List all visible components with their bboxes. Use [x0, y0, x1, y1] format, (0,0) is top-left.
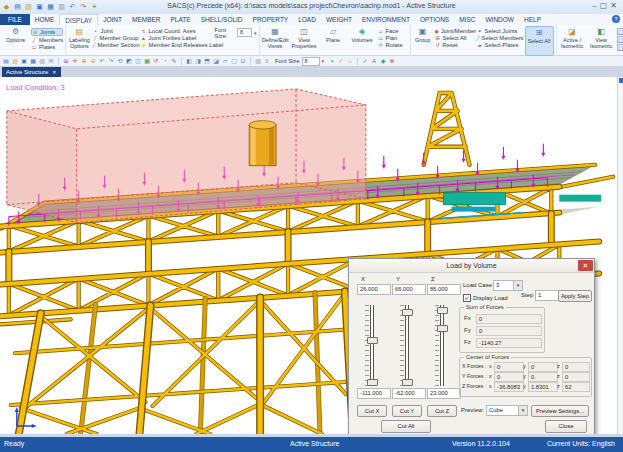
views-item[interactable]: ⟳ Rotate [378, 42, 408, 48]
toolbar-icon[interactable] [58, 57, 59, 65]
toolbar-icon[interactable]: ↺ [152, 57, 160, 65]
view-properties-button[interactable]: ◫ View Properties [291, 26, 318, 56]
ribbon-tab[interactable]: WINDOW [480, 14, 519, 25]
apply-step-button[interactable]: Apply Step [558, 290, 592, 302]
toolbar-icon[interactable]: ▪ [328, 57, 336, 65]
x-slider-handle[interactable] [367, 337, 378, 344]
toolbar-icon[interactable]: ✛ [71, 57, 79, 65]
cut-y-button[interactable]: Cut Y [392, 405, 422, 417]
labeling-options-button[interactable]: ▤ Labeling Options [68, 26, 90, 56]
document-tab-active-structure[interactable]: Active Structure ✕ [2, 67, 61, 77]
toolbar-icon[interactable]: ▱ [221, 57, 229, 65]
toolbar-icon[interactable]: ▣ [20, 57, 28, 65]
toolbar-icon[interactable]: ⌂ [346, 57, 354, 65]
ribbon-tab[interactable]: WEIGHT [321, 14, 357, 25]
close-button[interactable]: Close [545, 420, 587, 433]
ribbon-tab[interactable]: FILE [0, 14, 30, 25]
toolbar-icon[interactable]: ▥ [38, 57, 46, 65]
toolbar-icon[interactable]: ↶ [98, 57, 106, 65]
dialog-title[interactable]: Load by Volume [349, 259, 594, 273]
labeling-item[interactable]: • Joint [93, 28, 139, 34]
toolbar-icon[interactable]: ⬒ [203, 57, 211, 65]
display-toggle[interactable]: ⊙ Joints [31, 28, 63, 36]
ribbon-tab[interactable]: JOINT [98, 14, 127, 25]
toolbar-icon[interactable]: ◩ [125, 57, 133, 65]
toolbar-icon[interactable]: ▥ [254, 57, 262, 65]
toolbar-icon[interactable] [250, 57, 251, 65]
toolbar-icon[interactable]: ◆ [379, 57, 387, 65]
y-max-field[interactable]: 66.000 [392, 284, 426, 295]
toolbar-icon[interactable]: ▨ [11, 57, 19, 65]
orientation-preset-icon[interactable]: ▢ [617, 44, 623, 51]
selection-item[interactable]: ◉ Joint/Member [435, 28, 475, 34]
toolbar-icon[interactable] [357, 57, 358, 65]
toolbar-icon[interactable]: ▤ [2, 57, 10, 65]
ribbon-tab[interactable]: MISC [454, 14, 480, 25]
toolbar-icon[interactable]: ⊡ [239, 57, 247, 65]
selection-item[interactable]: ↺ Reset [435, 42, 475, 48]
toolbar-icon[interactable]: ✓ [361, 57, 369, 65]
window-controls[interactable]: –▢✕ [592, 1, 620, 10]
display-toggle[interactable]: ▭ Plates [31, 44, 63, 50]
toolbar-icon[interactable]: ▦ [143, 57, 151, 65]
y-slider-handle[interactable] [402, 379, 413, 386]
orientation-preset-icon[interactable]: ▢ [617, 36, 623, 43]
preview-select[interactable]: Cube▾ [486, 405, 528, 416]
y-min-field[interactable]: -62.000 [392, 388, 426, 399]
labeling-item[interactable]: ╱ Member Section [93, 42, 139, 48]
toolbar-icon[interactable]: ⊗ [388, 57, 396, 65]
y-slider-handle[interactable] [402, 309, 413, 316]
font-size-control[interactable]: Font Size: 8 ▾ [215, 28, 257, 37]
help-icon[interactable]: ? [612, 15, 620, 23]
x-range-slider[interactable] [365, 305, 377, 386]
toolbar-icon[interactable]: ≡ [263, 57, 271, 65]
y-range-slider[interactable] [400, 305, 412, 386]
step-field[interactable]: 1 [535, 290, 559, 301]
toolbar-icon[interactable]: A [370, 57, 378, 65]
ribbon-tab[interactable]: OPTIONS [415, 14, 454, 25]
load-case-select[interactable]: 3▾ [493, 280, 523, 291]
selection-item[interactable]: ╱ Select Members [477, 35, 523, 41]
toolbar-icon[interactable]: ▢ [230, 57, 238, 65]
dialog-close-icon[interactable]: ✕ [578, 260, 593, 271]
z-max-field[interactable]: 86.000 [427, 284, 461, 295]
define-edit-views-button[interactable]: ▦ Define/Edit Views [262, 26, 289, 56]
toolbar-icon[interactable]: ◪ [212, 57, 220, 65]
toolbar-icon[interactable]: ◨ [194, 57, 202, 65]
toolbar-icon[interactable]: ∕ [337, 57, 345, 65]
ribbon-tab[interactable]: MEMBER [127, 14, 166, 25]
labeling-item[interactable]: ╱ Member Group [93, 35, 139, 41]
labeling-item[interactable]: ⚡ Member End Releases Label [141, 42, 213, 48]
view-isometric-button[interactable]: ◧ View Isometric [588, 26, 615, 56]
views-item[interactable]: ▱ Face [378, 28, 408, 34]
ribbon-tab[interactable]: HELP [519, 14, 546, 25]
toolbar-icon[interactable]: ◧ [185, 57, 193, 65]
z-slider-handle[interactable] [437, 307, 448, 314]
cut-z-button[interactable]: Cut Z [427, 405, 457, 417]
display-load-checkbox[interactable]: ✓ Display Load [463, 294, 508, 302]
toolbar-font-size[interactable]: Font Size 8 ▾ [275, 57, 324, 66]
ribbon-tab[interactable]: PROPERTY [248, 14, 294, 25]
selection-item[interactable]: ▰ Select Plates [477, 42, 523, 48]
plane-button[interactable]: ▱ Plane [320, 26, 347, 56]
toolbar-icon[interactable]: ✉ [47, 57, 55, 65]
z-range-slider[interactable] [435, 305, 447, 386]
toolbar-icon[interactable] [181, 57, 182, 65]
labeling-item[interactable]: ↯ Local Coord. Axes [141, 28, 213, 34]
z-slider-handle[interactable] [437, 325, 448, 332]
ribbon-tab[interactable]: LOAD [293, 14, 321, 25]
x-max-field[interactable]: 26.000 [357, 284, 391, 295]
ribbon-tab[interactable]: SHELL/SOLID [196, 14, 248, 25]
toolbar-icon[interactable]: ⊕ [80, 57, 88, 65]
cut-x-button[interactable]: Cut X [357, 405, 387, 417]
z-min-field[interactable]: 23.000 [427, 388, 461, 399]
toolbar-icon[interactable]: ⊖ [89, 57, 97, 65]
toolbar-icon[interactable]: ◔ [161, 57, 169, 65]
labeling-item[interactable]: ▲ Joint Fixities Label [141, 35, 213, 41]
x-min-field[interactable]: -111.000 [357, 388, 391, 399]
preview-settings-button[interactable]: Preview Settings... [531, 405, 589, 417]
display-toggle[interactable]: ╱ Members [31, 37, 63, 43]
ribbon-tab[interactable]: PLATE [166, 14, 196, 25]
volumes-button[interactable]: ◈ Volumes [349, 26, 376, 56]
toolbar-icon[interactable]: ↷ [107, 57, 115, 65]
